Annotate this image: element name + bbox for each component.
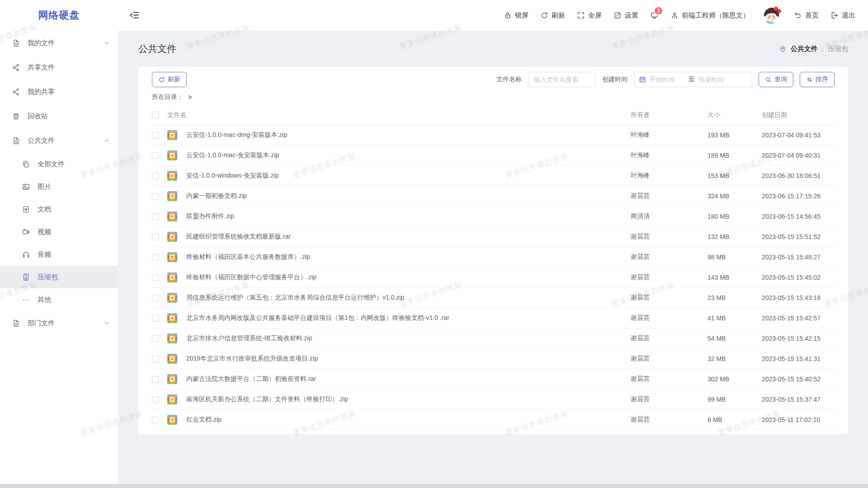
sidebar-item-department-files[interactable]: 部门文件 [0, 311, 118, 335]
file-date: 2023-07-04 09:40:31 [762, 152, 835, 159]
logout-button[interactable]: 退出 [830, 11, 855, 20]
file-name-cell: 2019年北京市水行政审批系统升级改造项目.zip [186, 355, 631, 363]
table-row: 终验材料（福田区基本公共服务数据库）.zip 谢晨芸 98 MB 2023-05… [152, 247, 835, 267]
row-checkbox[interactable] [152, 376, 159, 383]
sidebar-item-my-shares[interactable]: 我的共享 [0, 80, 118, 104]
file-name[interactable]: 安信-1.0.0-windows-免安装版.zip [186, 172, 279, 180]
calendar-icon [639, 76, 646, 83]
file-owner: 谢晨芸 [631, 334, 708, 343]
sidebar-item-videos[interactable]: 视频 [0, 221, 118, 243]
file-owner: 叶海峰 [631, 151, 708, 160]
file-name-cell: 云安信-1.0.0-mac-dmg-安装版本.zip [186, 131, 631, 139]
zip-archive-icon [167, 415, 177, 425]
menu-collapse-icon[interactable] [129, 10, 140, 21]
table-row: 内蒙古法院大数据平台（二期）初验前资料.rar 谢晨芸 302 MB 2023-… [152, 369, 835, 389]
top-header: 锁屏 刷新 全屏 设置 3 前端工程师（陈思文） [118, 0, 868, 31]
sidebar-item-my-files[interactable]: 我的文件 [0, 31, 118, 55]
file-name[interactable]: 北京市水务局内网改版及公共服务基础平台建设项目（第1包：内网改版）终验验文档-v… [186, 314, 449, 322]
row-checkbox[interactable] [152, 213, 159, 220]
file-name[interactable]: 云安信-1.0.0-mac-dmg-安装版本.zip [186, 131, 287, 139]
file-name[interactable]: 南海区机关新办公系统（二期）文件资料（终验打印）.zip [186, 395, 348, 404]
document-icon [12, 319, 20, 328]
share-icon [12, 88, 20, 96]
refresh-list-button[interactable]: 刷新 [152, 72, 187, 87]
start-date-input[interactable] [650, 76, 685, 83]
notification-badge: 3 [654, 6, 663, 15]
refresh-page-button[interactable]: 刷新 [540, 11, 565, 20]
fullscreen-button[interactable]: 全屏 [577, 11, 602, 20]
user-menu[interactable]: 前端工程师（陈思文） [670, 11, 750, 20]
refresh-icon [540, 11, 548, 19]
row-checkbox[interactable] [152, 254, 159, 261]
row-checkbox[interactable] [152, 315, 159, 322]
sidebar: 网络硬盘 我的文件 共享文件 我的共享 回收站 公共文件 全部文件 图片 文档 … [0, 0, 118, 488]
sidebar-item-documents[interactable]: 文档 [0, 198, 118, 221]
directory-arrow[interactable]: > [188, 94, 192, 101]
sidebar-item-public-files[interactable]: 公共文件 [0, 128, 118, 153]
file-name-cell: 南海区机关新办公系统（二期）文件资料（终验打印）.zip [186, 395, 631, 404]
column-header-filename: 文件名 [167, 111, 631, 119]
row-checkbox[interactable] [152, 234, 159, 240]
file-name[interactable]: 2019年北京市水行政审批系统升级改造项目.zip [186, 355, 318, 363]
file-name[interactable]: 终验材料（福田区数据中心管理服务平台）.zip [186, 273, 316, 282]
sidebar-item-audio[interactable]: 音频 [0, 243, 118, 266]
file-name[interactable]: 民建组织管理系统验收文档最新版.rar [186, 233, 291, 241]
file-name[interactable]: 内蒙古法院大数据平台（二期）初验前资料.rar [186, 375, 316, 383]
sidebar-item-archives[interactable]: 压缩包 [0, 266, 118, 288]
avatar-illustration [761, 5, 782, 26]
sidebar-item-others[interactable]: 其他 [0, 288, 118, 311]
settings-button[interactable]: 设置 [613, 11, 638, 20]
video-icon [22, 228, 30, 236]
file-name[interactable]: 北京市排水户信息管理系统-竣工验收材料.zip [186, 334, 312, 343]
create-time-filter-label: 创建时间 [602, 75, 627, 84]
row-checkbox[interactable] [152, 335, 159, 342]
date-range-picker[interactable]: 至 [634, 72, 752, 87]
sidebar-item-label: 部门文件 [28, 319, 104, 328]
sidebar-item-all-files[interactable]: 全部文件 [0, 153, 118, 175]
lock-screen-button[interactable]: 锁屏 [504, 11, 528, 20]
file-name[interactable]: 局信息系统运行维护（第五包：北京市水务局综合信息平台运行维护）v1.0.zip [186, 294, 404, 302]
file-name-cell: 局信息系统运行维护（第五包：北京市水务局综合信息平台运行维护）v1.0.zip [186, 294, 631, 302]
file-owner: 商清清 [631, 212, 708, 221]
file-size: 8 MB [708, 416, 762, 423]
file-name[interactable]: 终验材料（福田区基本公共服务数据库）.zip [186, 253, 310, 261]
avatar[interactable] [761, 5, 782, 26]
column-header-date: 创建日期 [762, 111, 835, 119]
notifications-button[interactable]: 3 [650, 11, 659, 20]
zip-archive-icon [167, 130, 177, 140]
row-checkbox[interactable] [152, 173, 159, 179]
filename-search-input[interactable] [528, 72, 596, 87]
sidebar-item-shared-files[interactable]: 共享文件 [0, 55, 118, 80]
ellipsis-icon [22, 296, 30, 304]
row-checkbox[interactable] [152, 417, 159, 423]
query-button[interactable]: 查询 [759, 72, 793, 87]
sidebar-item-label: 文档 [38, 205, 110, 214]
file-owner: 谢晨芸 [631, 416, 708, 424]
row-checkbox[interactable] [152, 274, 159, 281]
select-all-checkbox[interactable] [152, 112, 159, 118]
row-checkbox[interactable] [152, 193, 159, 200]
row-checkbox[interactable] [152, 295, 159, 301]
table-row: 北京市水务局内网改版及公共服务基础平台建设项目（第1包：内网改版）终验验文档-v… [152, 308, 835, 328]
file-name[interactable]: 内蒙一期初验文档.zip [186, 192, 247, 200]
sidebar-item-images[interactable]: 图片 [0, 175, 118, 198]
edit-settings-icon [613, 11, 622, 19]
row-checkbox[interactable] [152, 396, 159, 403]
row-checkbox[interactable] [152, 132, 159, 139]
file-name[interactable]: 红会文档.zip [186, 416, 222, 424]
file-name[interactable]: 云安信-1.0.0-mac-免安装版本.zip [186, 151, 279, 160]
table-row: 北京市排水户信息管理系统-竣工验收材料.zip 谢晨芸 54 MB 2023-0… [152, 328, 835, 349]
file-owner: 叶海峰 [631, 131, 708, 139]
user-icon [670, 11, 679, 19]
file-size: 23 MB [708, 294, 762, 301]
sidebar-item-recycle-bin[interactable]: 回收站 [0, 104, 118, 128]
file-date: 2023-05-15 15:37:47 [762, 396, 835, 403]
row-checkbox[interactable] [152, 356, 159, 362]
row-checkbox[interactable] [152, 152, 159, 159]
end-date-input[interactable] [698, 76, 734, 83]
file-name[interactable]: 联盟办件附件.zip [186, 212, 234, 221]
sort-button[interactable]: 排序 [800, 72, 835, 87]
breadcrumb-root[interactable]: 公共文件 [791, 45, 818, 53]
sidebar-item-label: 压缩包 [38, 273, 110, 282]
home-button[interactable]: 首页 [794, 11, 819, 20]
